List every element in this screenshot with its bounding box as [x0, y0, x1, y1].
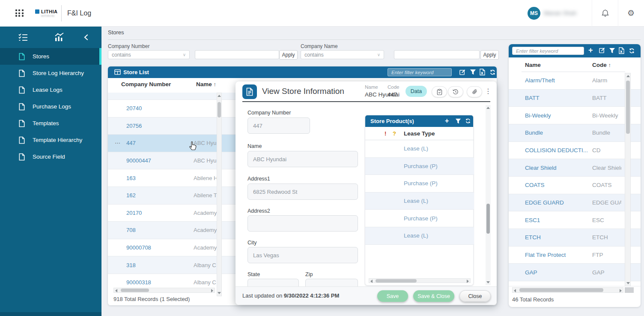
scroll-up-icon[interactable]: [218, 95, 221, 97]
table-row[interactable]: COLLISION DEDUCTI... CD: [509, 142, 641, 160]
filter-funnel-icon[interactable]: [609, 48, 615, 54]
company-number-link[interactable]: 163: [126, 175, 136, 181]
edit-icon[interactable]: [459, 69, 466, 75]
scroll-right-icon[interactable]: [620, 289, 622, 292]
vertical-scrollbar[interactable]: [625, 73, 631, 286]
add-icon[interactable]: +: [588, 46, 593, 55]
company-number-operator-select[interactable]: contains ∨: [108, 50, 190, 59]
list-item[interactable]: Purchase (P): [365, 210, 474, 227]
save-button[interactable]: Save: [377, 290, 408, 302]
table-row[interactable]: Bi-Weekly Bi-Weekly: [509, 107, 641, 124]
sidebar-item-stores[interactable]: Stores: [0, 48, 101, 65]
list-item[interactable]: Lease (L): [365, 193, 474, 210]
collapse-sidebar-icon[interactable]: [84, 34, 88, 42]
sidebar-item-template-hierarchy[interactable]: Template Hierarchy: [0, 132, 101, 148]
filter-funnel-icon[interactable]: [470, 69, 476, 75]
horizontal-scrollbar[interactable]: [369, 278, 471, 283]
product-name-link[interactable]: ETCH: [525, 234, 589, 241]
sidebar-item-purchase-logs[interactable]: Purchase Logs: [0, 98, 101, 115]
table-row[interactable]: GAP GAP: [509, 264, 641, 281]
company-number-link[interactable]: 708: [126, 227, 136, 233]
chart-icon[interactable]: [54, 32, 65, 45]
scroll-left-icon[interactable]: [514, 289, 516, 292]
table-row[interactable]: ETCH ETCH: [509, 229, 641, 247]
table-row[interactable]: EDGE GUARD EDGE GUAR: [509, 194, 641, 212]
scrollbar-thumb[interactable]: [486, 204, 490, 234]
product-name-link[interactable]: Alarm/Theft: [525, 77, 589, 84]
product-name-link[interactable]: ESC1: [525, 217, 589, 223]
company-number-field[interactable]: 447: [247, 117, 310, 134]
company-name-operator-select[interactable]: contains ∨: [301, 50, 384, 59]
company-number-link[interactable]: 20740: [126, 105, 142, 111]
save-and-close-button[interactable]: Save & Close: [413, 290, 454, 302]
product-name-link[interactable]: EDGE GUARD: [525, 199, 589, 206]
filter-funnel-icon[interactable]: [455, 118, 461, 124]
checklist-icon[interactable]: [18, 33, 28, 44]
notification-bell-icon[interactable]: [601, 9, 609, 19]
list-item[interactable]: Lease (L): [365, 227, 474, 245]
product-name-link[interactable]: BATT: [525, 95, 589, 101]
column-header-company-number[interactable]: Company Number: [121, 81, 171, 87]
refresh-icon[interactable]: [489, 69, 496, 75]
close-button[interactable]: Close: [459, 290, 491, 302]
sidebar-item-store-log-hierarchy[interactable]: Store Log Hierarchy: [0, 65, 101, 81]
table-row[interactable]: Flat Tire Protect FTP: [509, 247, 641, 264]
list-item[interactable]: Purchase (P): [365, 158, 474, 175]
vertical-scrollbar[interactable]: [217, 93, 222, 296]
address2-field[interactable]: [247, 215, 358, 232]
address1-field[interactable]: 6825 Redwood St: [247, 184, 358, 200]
horizontal-scrollbar[interactable]: [512, 287, 623, 293]
paperclip-icon[interactable]: [467, 86, 482, 97]
company-number-link[interactable]: 20756: [126, 123, 142, 129]
product-name-link[interactable]: COLLISION DEDUCTI...: [525, 147, 589, 153]
product-name-link[interactable]: Bi-Weekly: [525, 112, 589, 119]
clipboard-icon[interactable]: [432, 86, 447, 97]
product-name-link[interactable]: GAP: [525, 269, 589, 276]
scrollbar-thumb[interactable]: [218, 102, 221, 117]
sidebar-item-source-field[interactable]: Source Field: [0, 148, 101, 165]
company-name-filter-input[interactable]: [394, 50, 480, 59]
table-row-partial[interactable]: [509, 281, 641, 286]
table-row[interactable]: ESC1 ESC: [509, 211, 641, 229]
city-field[interactable]: Las Vegas: [247, 247, 358, 263]
state-field[interactable]: [247, 279, 299, 286]
column-header-code[interactable]: Code ↑: [592, 62, 611, 68]
avatar[interactable]: MS: [528, 7, 540, 20]
store-list-filter-input[interactable]: [388, 68, 452, 76]
refresh-icon[interactable]: [465, 118, 471, 124]
scroll-down-icon[interactable]: [486, 281, 490, 283]
edit-icon[interactable]: [599, 47, 605, 54]
scrollbar-thumb[interactable]: [519, 288, 603, 292]
company-number-link[interactable]: 318: [126, 262, 136, 268]
table-row[interactable]: Bundle Bundle: [509, 124, 641, 142]
column-header-name[interactable]: Name ↑: [196, 81, 216, 87]
settings-gear-icon[interactable]: ⚙: [627, 8, 635, 18]
product-name-link[interactable]: Bundle: [525, 129, 589, 136]
column-header-name[interactable]: Name: [525, 62, 541, 68]
product-name-link[interactable]: COATS: [525, 182, 589, 188]
zip-field[interactable]: [305, 279, 358, 286]
sidebar-item-lease-logs[interactable]: Lease Logs: [0, 81, 101, 98]
app-launcher-icon[interactable]: [15, 9, 24, 17]
vertical-scrollbar[interactable]: [486, 105, 491, 285]
table-row[interactable]: Clear Shield Clear Shield: [509, 159, 641, 177]
table-row[interactable]: COATS COATS: [509, 177, 641, 194]
company-number-link[interactable]: 20170: [126, 210, 142, 216]
list-item[interactable]: Purchase (P): [365, 175, 474, 193]
scroll-down-icon[interactable]: [218, 292, 221, 294]
scroll-down-icon[interactable]: [626, 282, 630, 284]
more-options-icon[interactable]: ⋮: [485, 87, 492, 95]
company-number-link[interactable]: 90000447: [126, 157, 151, 164]
scroll-up-icon[interactable]: [486, 107, 490, 109]
table-row[interactable]: BATT BATT: [509, 90, 641, 107]
row-actions-ellipsis-icon[interactable]: ⋯: [115, 140, 121, 146]
column-header-lease-type[interactable]: Lease Type: [404, 130, 435, 137]
data-badge[interactable]: Data: [405, 86, 427, 97]
refresh-icon[interactable]: [629, 48, 635, 54]
horizontal-scrollbar[interactable]: [113, 288, 215, 293]
product-name-link[interactable]: Flat Tire Protect: [525, 252, 589, 258]
scroll-left-icon[interactable]: [370, 280, 373, 283]
name-field[interactable]: ABC Hyundai: [247, 151, 358, 167]
scroll-up-icon[interactable]: [626, 75, 630, 77]
product-name-link[interactable]: Clear Shield: [525, 165, 589, 171]
